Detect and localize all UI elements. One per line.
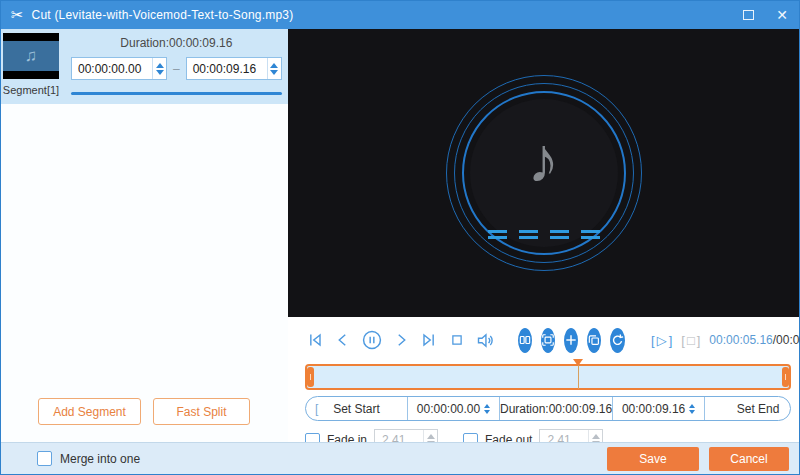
segment-start-value: 00:00:00.00 (72, 62, 152, 76)
reset-button[interactable] (610, 328, 625, 353)
pause-button[interactable] (361, 329, 383, 351)
spinner-down-icon[interactable] (156, 70, 164, 75)
maximize-button[interactable] (731, 1, 765, 29)
trim-end-handle[interactable] (782, 367, 789, 387)
timeline-track[interactable] (305, 364, 791, 390)
equalizer-bars (488, 230, 600, 239)
segment-list: ♫ Segment[1] (1, 29, 61, 104)
trim-end-spinner[interactable] (689, 404, 695, 414)
merge-into-one-label: Merge into one (60, 452, 140, 466)
spinner-up-icon[interactable] (156, 63, 164, 68)
cancel-button[interactable]: Cancel (709, 447, 789, 471)
maximize-icon (743, 10, 754, 20)
segment-end-input[interactable]: 00:00:09.16 (186, 57, 282, 80)
previous-frame-button[interactable] (334, 329, 352, 351)
cut-dialog-window: ✂ Cut (Levitate-with-Voicemod-Text-to-So… (0, 0, 800, 475)
segments-panel: ♫ Segment[1] Duration:00:00:09.16 00:00:… (1, 29, 288, 442)
trim-start-handle[interactable] (307, 367, 314, 387)
transport-bar: [▷] [□] 00:00:05.16/00:00:09.16 (305, 323, 794, 357)
current-time: 00:00:05.16 (709, 333, 772, 347)
merge-into-one-checkbox[interactable] (37, 451, 52, 466)
close-button[interactable]: ✕ (765, 1, 799, 29)
time-display: 00:00:05.16/00:00:09.16 (709, 333, 800, 347)
close-icon: ✕ (776, 7, 788, 23)
range-separator: – (173, 62, 180, 76)
copy-segment-button[interactable] (587, 328, 601, 353)
set-start-button[interactable]: [ Set Start (306, 397, 408, 420)
footer-bar: Merge into one Save Cancel (1, 442, 799, 474)
segment-duration-label: Duration:00:00:09.16 (71, 36, 282, 50)
play-icon: ▷ (657, 333, 667, 348)
add-segment-quick-button[interactable] (564, 328, 578, 353)
add-segment-button[interactable]: Add Segment (38, 398, 141, 425)
total-time: 00:00:09.16 (776, 333, 800, 347)
trim-start-time-input[interactable]: 00:00:00.00 (408, 397, 500, 420)
thumb-music-note-icon: ♫ (25, 46, 38, 66)
segment-name: Segment[1] (3, 79, 59, 102)
trim-start-spinner[interactable] (484, 404, 490, 414)
segment-editor-panel: Duration:00:00:09.16 00:00:00.00 – 00:00… (61, 29, 304, 104)
play-segment-button[interactable]: [▷] (651, 333, 672, 348)
segment-start-spinner[interactable] (152, 58, 166, 79)
stop-button[interactable] (448, 329, 466, 351)
segment-list-item[interactable]: ♫ Segment[1] (1, 33, 61, 102)
frame-select-button[interactable] (541, 328, 555, 353)
album-art-placeholder: ♪ (444, 73, 644, 273)
titlebar: ✂ Cut (Levitate-with-Voicemod-Text-to-So… (1, 1, 799, 29)
segment-end-value: 00:00:09.16 (187, 62, 267, 76)
scissors-icon: ✂ (11, 6, 24, 24)
split-segment-button[interactable] (518, 328, 532, 353)
save-button[interactable]: Save (607, 447, 699, 471)
spinner-down-icon[interactable] (270, 70, 278, 75)
set-end-button[interactable]: Set End ] (705, 397, 791, 420)
spinner-up-icon[interactable] (270, 63, 278, 68)
skip-to-start-button[interactable] (305, 329, 325, 351)
stop-icon: □ (687, 333, 695, 348)
segment-progress-bar (71, 92, 282, 95)
bracket-left-icon: [ (315, 402, 318, 416)
trim-duration-label: Duration:00:00:09.16 (500, 397, 613, 420)
segment-thumbnail: ♫ (3, 33, 59, 79)
trim-settings-bar: [ Set Start 00:00:00.00 Duration:00:00:0… (305, 396, 791, 421)
segment-list-empty-area (1, 104, 288, 398)
segment-start-input[interactable]: 00:00:00.00 (71, 57, 167, 80)
audio-preview-area: ♪ (288, 29, 799, 317)
music-note-icon: ♪ (528, 123, 560, 197)
volume-button[interactable] (475, 329, 496, 351)
trim-end-time-input[interactable]: 00:00:09.16 (613, 397, 705, 420)
next-frame-button[interactable] (392, 329, 410, 351)
skip-to-end-button[interactable] (419, 329, 439, 351)
window-title: Cut (Levitate-with-Voicemod-Text-to-Song… (32, 8, 294, 22)
segment-end-spinner[interactable] (267, 58, 281, 79)
stop-segment-button[interactable]: [□] (681, 333, 700, 348)
fast-split-button[interactable]: Fast Split (153, 398, 250, 425)
